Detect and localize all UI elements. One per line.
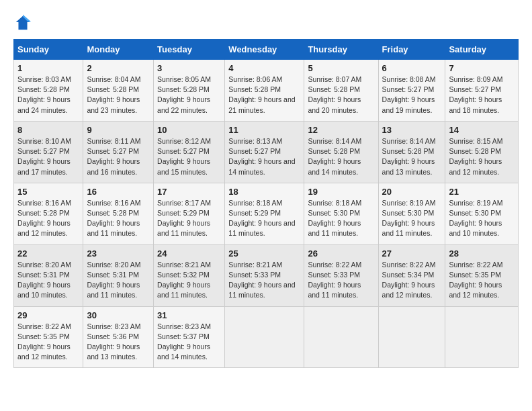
day-number: 8 <box>17 125 79 135</box>
day-number: 15 <box>17 187 79 197</box>
calendar-cell: 23Sunrise: 8:20 AMSunset: 5:31 PMDayligh… <box>83 244 154 306</box>
day-info: Sunrise: 8:06 AMSunset: 5:28 PMDaylight:… <box>228 75 300 116</box>
calendar-cell: 30Sunrise: 8:23 AMSunset: 5:36 PMDayligh… <box>83 306 154 368</box>
day-number: 19 <box>308 187 374 197</box>
calendar-cell <box>445 306 519 368</box>
calendar-cell: 5Sunrise: 8:07 AMSunset: 5:28 PMDaylight… <box>304 60 378 122</box>
day-info: Sunrise: 8:11 AMSunset: 5:27 PMDaylight:… <box>87 136 150 177</box>
calendar-cell: 2Sunrise: 8:04 AMSunset: 5:28 PMDaylight… <box>83 60 154 122</box>
day-number: 10 <box>157 125 221 135</box>
day-number: 7 <box>449 63 515 73</box>
day-number: 9 <box>87 125 150 135</box>
calendar-cell: 18Sunrise: 8:18 AMSunset: 5:29 PMDayligh… <box>225 183 304 244</box>
calendar-cell: 1Sunrise: 8:03 AMSunset: 5:28 PMDaylight… <box>14 60 83 122</box>
day-number: 31 <box>157 310 221 320</box>
day-number: 27 <box>382 248 442 259</box>
day-number: 28 <box>449 248 515 259</box>
day-number: 18 <box>228 187 300 197</box>
calendar-cell: 3Sunrise: 8:05 AMSunset: 5:28 PMDaylight… <box>154 60 225 122</box>
day-info: Sunrise: 8:05 AMSunset: 5:28 PMDaylight:… <box>157 75 221 116</box>
day-number: 23 <box>87 248 150 259</box>
day-info: Sunrise: 8:22 AMSunset: 5:35 PMDaylight:… <box>17 322 79 363</box>
day-info: Sunrise: 8:14 AMSunset: 5:28 PMDaylight:… <box>382 136 442 177</box>
calendar-cell: 8Sunrise: 8:10 AMSunset: 5:27 PMDaylight… <box>14 121 83 183</box>
day-info: Sunrise: 8:17 AMSunset: 5:29 PMDaylight:… <box>157 198 221 239</box>
calendar-cell: 29Sunrise: 8:22 AMSunset: 5:35 PMDayligh… <box>14 306 83 368</box>
day-info: Sunrise: 8:15 AMSunset: 5:28 PMDaylight:… <box>449 136 515 177</box>
day-info: Sunrise: 8:18 AMSunset: 5:29 PMDaylight:… <box>228 198 300 239</box>
calendar-cell: 15Sunrise: 8:16 AMSunset: 5:28 PMDayligh… <box>14 183 83 244</box>
day-number: 12 <box>308 125 374 135</box>
col-friday: Friday <box>378 40 445 60</box>
day-number: 20 <box>382 187 442 197</box>
calendar-cell: 28Sunrise: 8:22 AMSunset: 5:35 PMDayligh… <box>445 244 519 306</box>
calendar-cell <box>378 306 445 368</box>
calendar-cell: 25Sunrise: 8:21 AMSunset: 5:33 PMDayligh… <box>225 244 304 306</box>
day-number: 17 <box>157 187 221 197</box>
day-info: Sunrise: 8:22 AMSunset: 5:33 PMDaylight:… <box>308 260 374 301</box>
day-info: Sunrise: 8:21 AMSunset: 5:32 PMDaylight:… <box>157 260 221 301</box>
day-info: Sunrise: 8:23 AMSunset: 5:37 PMDaylight:… <box>157 322 221 363</box>
header-row: Sunday Monday Tuesday Wednesday Thursday… <box>14 40 519 60</box>
day-info: Sunrise: 8:16 AMSunset: 5:28 PMDaylight:… <box>17 198 79 239</box>
day-info: Sunrise: 8:20 AMSunset: 5:31 PMDaylight:… <box>87 260 150 301</box>
day-number: 2 <box>87 63 150 73</box>
day-info: Sunrise: 8:10 AMSunset: 5:27 PMDaylight:… <box>17 136 79 177</box>
calendar-week-2: 8Sunrise: 8:10 AMSunset: 5:27 PMDaylight… <box>14 121 519 183</box>
calendar-cell <box>304 306 378 368</box>
day-info: Sunrise: 8:09 AMSunset: 5:27 PMDaylight:… <box>449 75 515 116</box>
day-info: Sunrise: 8:19 AMSunset: 5:30 PMDaylight:… <box>449 198 515 239</box>
col-tuesday: Tuesday <box>154 40 225 60</box>
day-number: 29 <box>17 310 79 320</box>
day-info: Sunrise: 8:03 AMSunset: 5:28 PMDaylight:… <box>17 75 79 116</box>
calendar-cell: 14Sunrise: 8:15 AMSunset: 5:28 PMDayligh… <box>445 121 519 183</box>
day-number: 5 <box>308 63 374 73</box>
page-header <box>13 13 519 32</box>
day-number: 11 <box>228 125 300 135</box>
logo <box>13 13 34 32</box>
calendar-cell: 12Sunrise: 8:14 AMSunset: 5:28 PMDayligh… <box>304 121 378 183</box>
day-number: 21 <box>449 187 515 197</box>
day-number: 1 <box>17 63 79 73</box>
calendar-cell: 26Sunrise: 8:22 AMSunset: 5:33 PMDayligh… <box>304 244 378 306</box>
day-number: 3 <box>157 63 221 73</box>
day-number: 4 <box>228 63 300 73</box>
calendar-cell: 20Sunrise: 8:19 AMSunset: 5:30 PMDayligh… <box>378 183 445 244</box>
day-info: Sunrise: 8:04 AMSunset: 5:28 PMDaylight:… <box>87 75 150 116</box>
calendar-cell: 31Sunrise: 8:23 AMSunset: 5:37 PMDayligh… <box>154 306 225 368</box>
calendar-cell: 13Sunrise: 8:14 AMSunset: 5:28 PMDayligh… <box>378 121 445 183</box>
day-info: Sunrise: 8:16 AMSunset: 5:28 PMDaylight:… <box>87 198 150 239</box>
day-info: Sunrise: 8:07 AMSunset: 5:28 PMDaylight:… <box>308 75 374 116</box>
day-info: Sunrise: 8:21 AMSunset: 5:33 PMDaylight:… <box>228 260 300 301</box>
calendar-week-4: 22Sunrise: 8:20 AMSunset: 5:31 PMDayligh… <box>14 244 519 306</box>
calendar-cell: 11Sunrise: 8:13 AMSunset: 5:27 PMDayligh… <box>225 121 304 183</box>
day-info: Sunrise: 8:12 AMSunset: 5:27 PMDaylight:… <box>157 136 221 177</box>
day-info: Sunrise: 8:08 AMSunset: 5:27 PMDaylight:… <box>382 75 442 116</box>
calendar-cell: 21Sunrise: 8:19 AMSunset: 5:30 PMDayligh… <box>445 183 519 244</box>
calendar-cell: 16Sunrise: 8:16 AMSunset: 5:28 PMDayligh… <box>83 183 154 244</box>
calendar-week-3: 15Sunrise: 8:16 AMSunset: 5:28 PMDayligh… <box>14 183 519 244</box>
day-number: 13 <box>382 125 442 135</box>
day-info: Sunrise: 8:14 AMSunset: 5:28 PMDaylight:… <box>308 136 374 177</box>
col-sunday: Sunday <box>14 40 83 60</box>
day-info: Sunrise: 8:23 AMSunset: 5:36 PMDaylight:… <box>87 322 150 363</box>
day-info: Sunrise: 8:22 AMSunset: 5:34 PMDaylight:… <box>382 260 442 301</box>
day-info: Sunrise: 8:22 AMSunset: 5:35 PMDaylight:… <box>449 260 515 301</box>
day-number: 24 <box>157 248 221 259</box>
col-thursday: Thursday <box>304 40 378 60</box>
logo-icon <box>13 13 32 32</box>
calendar-cell: 27Sunrise: 8:22 AMSunset: 5:34 PMDayligh… <box>378 244 445 306</box>
calendar-table: Sunday Monday Tuesday Wednesday Thursday… <box>13 39 519 368</box>
calendar-cell: 6Sunrise: 8:08 AMSunset: 5:27 PMDaylight… <box>378 60 445 122</box>
calendar-cell <box>225 306 304 368</box>
day-number: 14 <box>449 125 515 135</box>
day-info: Sunrise: 8:20 AMSunset: 5:31 PMDaylight:… <box>17 260 79 301</box>
day-info: Sunrise: 8:19 AMSunset: 5:30 PMDaylight:… <box>382 198 442 239</box>
calendar-cell: 7Sunrise: 8:09 AMSunset: 5:27 PMDaylight… <box>445 60 519 122</box>
calendar-cell: 17Sunrise: 8:17 AMSunset: 5:29 PMDayligh… <box>154 183 225 244</box>
calendar-cell: 9Sunrise: 8:11 AMSunset: 5:27 PMDaylight… <box>83 121 154 183</box>
day-number: 22 <box>17 248 79 259</box>
day-number: 16 <box>87 187 150 197</box>
calendar-week-5: 29Sunrise: 8:22 AMSunset: 5:35 PMDayligh… <box>14 306 519 368</box>
day-number: 25 <box>228 248 300 259</box>
